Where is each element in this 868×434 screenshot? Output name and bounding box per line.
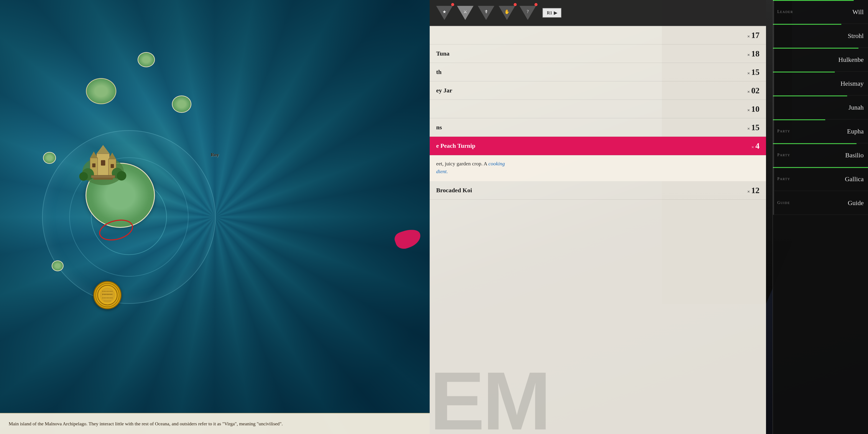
arrow-right-icon: ▶	[554, 10, 557, 16]
tab-skills[interactable]: 🗡	[477, 4, 495, 22]
hp-bar-basilio	[773, 143, 857, 144]
leader-label: Leader	[777, 9, 793, 14]
location-label: Roy	[211, 152, 219, 158]
character-sidebar: Leader Will Strohl Hulkenbe Heismay Juna…	[773, 0, 868, 434]
item-row-6[interactable]: ns ×15	[430, 118, 766, 137]
svg-rect-7	[101, 160, 105, 165]
item-row-7[interactable]: Brocaded Koi ×12	[430, 181, 766, 199]
item-description-panel: eet, juicy garden crop. A cooking dient.	[430, 155, 766, 181]
map-panel: ⊙⊙⊙⊙⊙⊙⊙ ΨΨΨΨΨΨΨ ⊙⊙⊙⊙⊙⊙⊙ ∷∷∷∷∷ Roy Main i…	[0, 0, 430, 434]
char-name-basilio: Basilio	[845, 152, 864, 159]
item-name-7: Brocaded Koi	[436, 187, 747, 194]
r1-button[interactable]: R1 ▶	[542, 8, 561, 18]
small-island-4	[43, 152, 56, 164]
item-name-4: ey Jar	[436, 87, 747, 94]
small-island-5	[52, 260, 64, 271]
tab-weapons[interactable]: ⚔	[457, 4, 474, 22]
item-row-selected[interactable]: e Peach Turnip ×4	[430, 137, 766, 155]
svg-rect-8	[92, 163, 95, 167]
char-name-guide: Guide	[848, 199, 864, 207]
hand-icon: ✋	[504, 9, 510, 14]
star-icon: ★	[442, 9, 446, 14]
divider-6	[773, 119, 774, 143]
r1-label: R1	[547, 10, 552, 16]
char-item-gallica[interactable]: Party Gallica	[773, 167, 868, 191]
cooking-link: cooking	[489, 161, 505, 166]
char-name-eupha: Eupha	[847, 128, 864, 135]
castle-illustration	[79, 141, 127, 189]
hp-bar-gallica	[773, 167, 868, 168]
divider-5	[773, 95, 774, 119]
svg-rect-15	[93, 178, 113, 180]
svg-text:⊙⊙⊙⊙⊙⊙⊙: ⊙⊙⊙⊙⊙⊙⊙	[102, 297, 113, 299]
location-name: Roy	[211, 152, 219, 157]
char-item-guide[interactable]: Guide Guide	[773, 191, 868, 215]
small-island-1	[86, 78, 116, 104]
party-label-2: Party	[777, 153, 790, 157]
svg-text:⊙⊙⊙⊙⊙⊙⊙: ⊙⊙⊙⊙⊙⊙⊙	[102, 290, 113, 292]
divider-7	[773, 143, 774, 167]
char-item-will[interactable]: Leader Will	[773, 0, 868, 24]
divider-4	[773, 72, 774, 95]
char-item-eupha[interactable]: Party Eupha	[773, 119, 868, 143]
island-description: Main island of the Malnova Archipelago. …	[9, 420, 421, 428]
item-count-selected: ×4	[751, 141, 760, 151]
char-name-gallica: Gallica	[845, 175, 864, 183]
emblem-inner: ⊙⊙⊙⊙⊙⊙⊙ ΨΨΨΨΨΨΨ ⊙⊙⊙⊙⊙⊙⊙ ∷∷∷∷∷	[95, 283, 119, 307]
item-count-4: ×02	[747, 86, 760, 95]
hp-bar-strohl	[773, 24, 841, 25]
item-count-2: ×18	[747, 49, 760, 58]
item-count-7: ×12	[747, 186, 760, 195]
svg-rect-14	[91, 175, 115, 178]
item-row-1[interactable]: ×17	[430, 26, 766, 44]
char-item-strohl[interactable]: Strohl	[773, 24, 868, 48]
small-island-3	[172, 95, 191, 113]
item-description-text: eet, juicy garden crop. A cooking	[436, 160, 760, 167]
char-item-basilio[interactable]: Party Basilio	[773, 143, 868, 167]
item-count-3: ×15	[747, 67, 760, 77]
char-item-junah[interactable]: Junah	[773, 95, 868, 119]
ingredient-link: dient.	[436, 168, 448, 174]
hp-bar-hulkenbe	[773, 48, 859, 49]
divider-8	[773, 167, 774, 191]
item-count-6: ×15	[747, 123, 760, 132]
party-label-1: Party	[777, 129, 790, 133]
tab-equip[interactable]: ✋	[498, 4, 516, 22]
divider	[773, 0, 774, 24]
svg-text:ΨΨΨΨΨΨΨ: ΨΨΨΨΨΨΨ	[102, 293, 113, 296]
tab-info[interactable]: ?	[519, 4, 536, 22]
svg-marker-2	[97, 145, 110, 154]
svg-rect-9	[111, 164, 114, 168]
question-icon: ?	[527, 9, 529, 14]
tab-triangle-3: 🗡	[478, 6, 494, 20]
item-count-5: ×10	[747, 104, 760, 114]
party-label-3: Party	[777, 177, 790, 181]
large-background-text: EM	[430, 368, 549, 434]
divider-3	[773, 48, 774, 71]
tab-triangle-5: ?	[520, 6, 536, 20]
char-name-heismay: Heismay	[840, 80, 864, 87]
small-island-2	[137, 52, 155, 67]
top-navigation: ★ ⚔ 🗡 ✋ ?	[430, 0, 766, 26]
dagger-icon: 🗡	[484, 9, 488, 14]
item-count-1: ×17	[747, 30, 760, 40]
char-name-junah: Junah	[848, 104, 864, 111]
char-item-hulkenbe[interactable]: Hulkenbe	[773, 48, 868, 72]
item-row-2[interactable]: Tuna ×18	[430, 44, 766, 63]
faction-emblem: ⊙⊙⊙⊙⊙⊙⊙ ΨΨΨΨΨΨΨ ⊙⊙⊙⊙⊙⊙⊙ ∷∷∷∷∷	[93, 281, 122, 309]
hp-bar-eupha	[773, 119, 825, 120]
divider-9	[773, 191, 774, 215]
item-row-4[interactable]: ey Jar ×02	[430, 82, 766, 100]
item-row-3[interactable]: th ×15	[430, 63, 766, 82]
item-row-5[interactable]: ×10	[430, 100, 766, 118]
svg-point-13	[117, 171, 126, 181]
inventory-overlay: ★ ⚔ 🗡 ✋ ?	[430, 0, 766, 434]
tab-star[interactable]: ★	[436, 4, 453, 22]
char-name-will: Will	[852, 8, 864, 16]
char-item-heismay[interactable]: Heismay	[773, 72, 868, 95]
item-description-text-2: dient.	[436, 167, 760, 175]
svg-text:∷∷∷∷∷: ∷∷∷∷∷	[103, 300, 111, 302]
sword-icon: ⚔	[463, 9, 467, 14]
inventory-panel: ★ ⚔ 🗡 ✋ ?	[430, 0, 868, 434]
item-list[interactable]: ×17 Tuna ×18 th ×15 ey Jar ×02	[430, 26, 766, 434]
